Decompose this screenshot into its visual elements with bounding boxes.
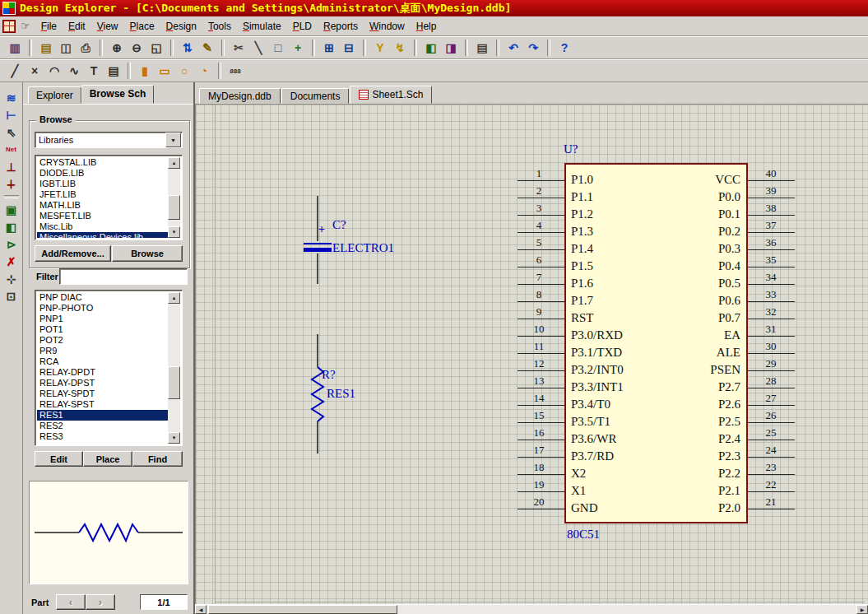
- schematic-canvas[interactable]: 1P1.02P1.13P1.24P1.35P1.46P1.57P1.68P1.7…: [195, 104, 868, 604]
- line-tool-icon[interactable]: ╱: [5, 62, 25, 80]
- component-item[interactable]: RELAY-SPST: [37, 399, 168, 410]
- ellipse-tool-icon[interactable]: ○: [174, 62, 194, 80]
- menu-view[interactable]: View: [91, 18, 124, 35]
- edit-button[interactable]: Edit: [35, 451, 83, 467]
- component-item[interactable]: PNP1: [37, 314, 168, 324]
- place-button[interactable]: Place: [83, 451, 132, 467]
- probe-icon[interactable]: ⊹: [2, 270, 21, 287]
- browse-library-icon[interactable]: ⊟: [339, 39, 359, 57]
- add-remove-button[interactable]: Add/Remove...: [35, 245, 111, 262]
- arc-tool-icon[interactable]: ◠: [44, 62, 64, 80]
- ic-designator[interactable]: U?: [564, 142, 578, 156]
- text-tool-icon[interactable]: T: [84, 62, 104, 80]
- reports-icon[interactable]: ▤: [472, 39, 492, 57]
- component-item[interactable]: PNP DIAC: [37, 292, 168, 303]
- menu-edit[interactable]: Edit: [63, 18, 91, 35]
- select-area-icon[interactable]: □: [268, 39, 288, 57]
- cut-icon[interactable]: ✂: [229, 39, 248, 57]
- browse-button[interactable]: Browse: [112, 245, 183, 262]
- zoom-in-icon[interactable]: ⊕: [107, 39, 127, 57]
- menu-design[interactable]: Design: [160, 18, 202, 35]
- library-item[interactable]: JFET.LIB: [37, 189, 168, 200]
- document-tab-mydesign-ddb[interactable]: MyDesign.ddb: [199, 88, 281, 104]
- component-item[interactable]: RCA: [37, 356, 168, 367]
- paste-array-icon[interactable]: 888: [225, 62, 245, 80]
- rect-tool-icon[interactable]: ▮: [135, 62, 155, 80]
- scrollbar-thumb[interactable]: [208, 605, 397, 614]
- wire-tool-icon[interactable]: ≋: [2, 89, 21, 106]
- component-item[interactable]: RES1: [37, 410, 168, 421]
- help-icon[interactable]: ?: [555, 39, 574, 57]
- fit-document-icon[interactable]: ⇅: [178, 39, 197, 57]
- component-item[interactable]: POT1: [37, 324, 168, 335]
- previous-part-button[interactable]: ‹: [56, 594, 86, 610]
- library-type-select[interactable]: Libraries ▼: [35, 132, 183, 148]
- scrollbar-thumb[interactable]: [168, 366, 180, 399]
- menu-place[interactable]: Place: [124, 18, 160, 35]
- bus-tool-icon[interactable]: ⊢: [2, 106, 21, 123]
- junction-icon[interactable]: ∔: [2, 175, 21, 193]
- no-erc-icon[interactable]: ✗: [2, 253, 21, 270]
- library-list-scrollbar[interactable]: ▲ ▼: [168, 157, 180, 238]
- document-tab-documents[interactable]: Documents: [281, 88, 350, 104]
- polygon-tool-icon[interactable]: ×: [25, 62, 44, 80]
- component-item[interactable]: RES4: [37, 442, 168, 444]
- sheet-symbol-icon[interactable]: ▣: [2, 201, 21, 218]
- move-icon[interactable]: +: [288, 39, 308, 57]
- pie-tool-icon[interactable]: ◔: [194, 62, 214, 80]
- menu-file[interactable]: File: [35, 18, 63, 35]
- scroll-up-icon[interactable]: ▲: [168, 292, 180, 304]
- sheet-tool-icon[interactable]: ▤: [104, 62, 123, 80]
- library-item[interactable]: Miscellaneous Devices.lib: [37, 232, 168, 238]
- component-item[interactable]: RELAY-SPDT: [37, 388, 168, 399]
- capacitor-designator[interactable]: C?: [332, 218, 346, 232]
- print-icon[interactable]: ⎙: [76, 39, 95, 57]
- scroll-right-icon[interactable]: ▶: [856, 605, 868, 614]
- resistor-designator[interactable]: R?: [322, 368, 336, 382]
- chevron-down-icon[interactable]: ▼: [165, 133, 181, 147]
- copy-icon[interactable]: ╲: [248, 39, 268, 57]
- pld-icon[interactable]: ◨: [441, 39, 461, 57]
- menu-simulate[interactable]: Simulate: [237, 18, 287, 35]
- menu-reports[interactable]: Reports: [318, 18, 364, 35]
- child-document-icon[interactable]: ☞: [21, 20, 30, 32]
- component-item[interactable]: RELAY-DPST: [37, 378, 168, 388]
- scroll-down-icon[interactable]: ▼: [168, 226, 180, 238]
- zoom-out-icon[interactable]: ⊖: [127, 39, 146, 57]
- canvas-horizontal-scrollbar[interactable]: ◀ ▶: [195, 604, 868, 614]
- library-item[interactable]: MATH.LIB: [37, 200, 168, 211]
- component-item[interactable]: RES2: [37, 421, 168, 431]
- library-item[interactable]: MESFET.LIB: [37, 211, 168, 221]
- redo-icon[interactable]: ↷: [523, 39, 543, 57]
- library-item[interactable]: Misc.Lib: [37, 221, 168, 232]
- menu-help[interactable]: Help: [411, 18, 443, 35]
- resistor-part-label[interactable]: RES1: [327, 387, 355, 401]
- simulate-icon[interactable]: ◧: [421, 39, 441, 57]
- save-icon[interactable]: ◫: [56, 39, 76, 57]
- find-button[interactable]: Find: [132, 451, 183, 467]
- capacitor-part-label[interactable]: ELECTRO1: [332, 241, 394, 255]
- undo-icon[interactable]: ↶: [504, 39, 523, 57]
- filter-input[interactable]: [59, 268, 188, 285]
- net-label-icon[interactable]: Net: [2, 141, 21, 158]
- directive-icon[interactable]: ⊡: [2, 287, 21, 305]
- document-tab-sheet1-sch[interactable]: Sheet1.Sch: [350, 86, 432, 104]
- tab-browse-sch[interactable]: Browse Sch: [81, 85, 155, 104]
- component-item[interactable]: PR9: [37, 346, 168, 356]
- cursor-tool-icon[interactable]: ⇖: [2, 123, 21, 141]
- library-item[interactable]: IGBT.LIB: [37, 179, 168, 189]
- browse-part-icon[interactable]: ⊞: [319, 39, 339, 57]
- port-icon[interactable]: ⊳: [2, 235, 21, 253]
- bezier-tool-icon[interactable]: ∿: [64, 62, 84, 80]
- component-item[interactable]: RES3: [37, 431, 168, 442]
- run-macro-icon[interactable]: ↯: [390, 39, 410, 57]
- menu-pld[interactable]: PLD: [287, 18, 318, 35]
- redraw-icon[interactable]: ✎: [197, 39, 217, 57]
- scroll-left-icon[interactable]: ◀: [195, 605, 207, 614]
- component-item[interactable]: RELAY-DPDT: [37, 367, 168, 378]
- sheet-entry-icon[interactable]: ◧: [2, 218, 21, 235]
- round-rect-tool-icon[interactable]: ▭: [155, 62, 174, 80]
- component-item[interactable]: PNP-PHOTO: [37, 303, 168, 314]
- open-document-icon[interactable]: ▤: [36, 39, 56, 57]
- scroll-up-icon[interactable]: ▲: [168, 157, 180, 169]
